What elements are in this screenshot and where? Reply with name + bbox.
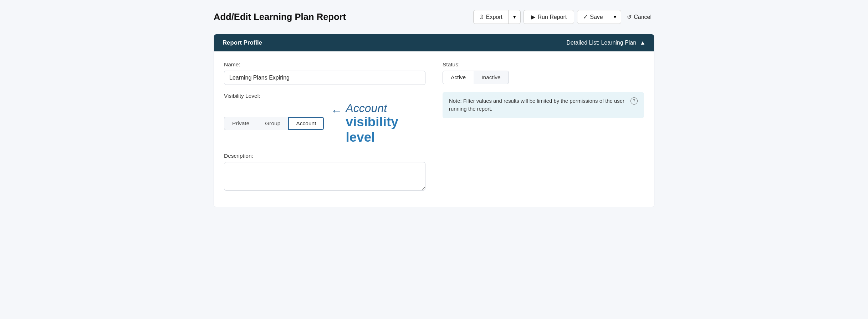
description-input[interactable] — [224, 162, 425, 191]
export-label: Export — [486, 14, 502, 20]
status-label: Status: — [443, 61, 644, 68]
top-bar: Add/Edit Learning Plan Report ⇫ Export ▼… — [214, 10, 654, 24]
form-grid: Name: Visibility Level: Private Group Ac… — [224, 61, 644, 200]
save-dropdown-button[interactable]: ▼ — [609, 10, 621, 24]
annotation-inline: Account — [346, 102, 425, 115]
visibility-toggle-wrapper: Private Group Account — [224, 117, 324, 130]
name-label: Name: — [224, 61, 425, 68]
status-field-group: Status: Active Inactive — [443, 61, 644, 84]
export-button-group[interactable]: ⇫ Export ▼ — [473, 10, 521, 24]
chevron-down-icon-save: ▼ — [613, 14, 617, 20]
card-header-right: Detailed List: Learning Plan ▲ — [566, 40, 645, 46]
name-field-group: Name: — [224, 61, 425, 85]
annotation-text: Account visibility level — [346, 102, 425, 145]
card-header-title: Report Profile — [223, 39, 262, 46]
run-report-label: Run Report — [537, 14, 567, 20]
visibility-private-button[interactable]: Private — [224, 117, 257, 130]
annotation-arrow-icon: ← — [331, 104, 342, 117]
cancel-label: Cancel — [634, 14, 652, 20]
collapse-icon[interactable]: ▲ — [640, 40, 645, 46]
visibility-annotation-container: Private Group Account ← — [224, 102, 425, 145]
name-input[interactable] — [224, 71, 425, 85]
visibility-field-group: Visibility Level: Private Group Account — [224, 93, 425, 145]
note-text: Note: Filter values and results will be … — [449, 97, 628, 113]
visibility-group-button[interactable]: Group — [257, 117, 288, 130]
page-title: Add/Edit Learning Plan Report — [214, 12, 346, 22]
save-main-button[interactable]: ✓ Save — [577, 10, 608, 24]
annotation-below: visibility level — [346, 115, 425, 145]
annotation: ← Account visibility level — [331, 102, 425, 145]
form-right: Status: Active Inactive Note: Filter val… — [443, 61, 644, 200]
form-left: Name: Visibility Level: Private Group Ac… — [224, 61, 425, 200]
note-box: Note: Filter values and results will be … — [443, 92, 644, 118]
status-toggle-group: Active Inactive — [443, 71, 509, 84]
check-icon: ✓ — [583, 14, 588, 20]
export-icon: ⇫ — [479, 14, 484, 20]
save-label: Save — [590, 14, 603, 20]
run-report-button[interactable]: ▶ Run Report — [524, 10, 574, 24]
help-icon[interactable]: ? — [630, 97, 638, 105]
status-inactive-button[interactable]: Inactive — [474, 71, 508, 84]
description-label: Description: — [224, 153, 425, 159]
toolbar: ⇫ Export ▼ ▶ Run Report ✓ Save ▼ — [473, 10, 654, 24]
cancel-button[interactable]: ↺ Cancel — [624, 10, 654, 24]
export-dropdown-button[interactable]: ▼ — [508, 10, 520, 24]
status-active-button[interactable]: Active — [443, 71, 474, 84]
chevron-down-icon: ▼ — [512, 14, 517, 20]
undo-icon: ↺ — [627, 14, 632, 20]
visibility-label: Visibility Level: — [224, 93, 425, 99]
annotation-arrow-container: ← — [331, 104, 342, 117]
visibility-toggle-group: Private Group Account — [224, 117, 324, 130]
play-icon: ▶ — [531, 14, 535, 20]
card-header-report-name: Detailed List: Learning Plan — [566, 40, 636, 46]
visibility-account-button[interactable]: Account — [288, 117, 324, 130]
card-header: Report Profile Detailed List: Learning P… — [214, 34, 654, 51]
report-card: Report Profile Detailed List: Learning P… — [214, 34, 654, 207]
description-field-group: Description: — [224, 153, 425, 192]
save-button-group[interactable]: ✓ Save ▼ — [577, 10, 621, 24]
export-main-button[interactable]: ⇫ Export — [474, 10, 508, 24]
card-body: Name: Visibility Level: Private Group Ac… — [214, 51, 654, 207]
